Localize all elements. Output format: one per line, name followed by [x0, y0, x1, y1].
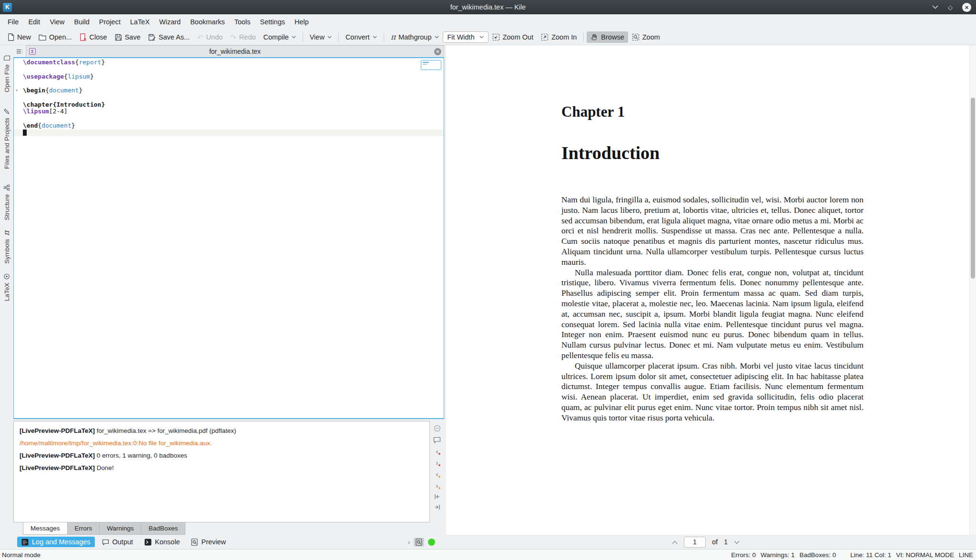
log-message[interactable]: /home/maltimore/tmp/for_wikimedia.tex:0:… [20, 437, 424, 450]
next-page-icon[interactable] [734, 538, 740, 546]
pdf-scrollbar-thumb[interactable] [971, 98, 975, 279]
close-document-icon [80, 33, 87, 41]
current-page-input[interactable]: 1 [684, 537, 706, 548]
pdf-chapter-number: Chapter 1 [561, 103, 864, 120]
toolbar-save-button[interactable]: Save [111, 31, 144, 43]
minimize-icon[interactable] [932, 5, 938, 9]
toolbar-new-button[interactable]: New [4, 31, 35, 43]
log-tab-errors[interactable]: Errors [68, 522, 100, 535]
scrollbar-minimap[interactable] [421, 60, 441, 70]
code-line[interactable]: \lipsum[2-4] [14, 108, 444, 115]
menu-help[interactable]: Help [290, 16, 314, 28]
code-editor[interactable]: \documentclass{report}\usepackage{lipsum… [13, 58, 444, 419]
code-line[interactable] [14, 66, 444, 73]
menu-latex[interactable]: LaTeX [125, 16, 154, 28]
log-message[interactable]: [LivePreview-PDFLaTeX] for_wikimedia.tex… [20, 425, 424, 437]
toolview-output-button[interactable]: Output [98, 537, 138, 547]
toolbar-zoom-in-button[interactable]: Zoom In [537, 31, 580, 43]
live-preview-controls: › [408, 538, 435, 547]
sidebar-tab-symbols[interactable]: Symbolsπ [3, 230, 10, 263]
menu-view[interactable]: View [45, 16, 69, 28]
statusbar-right: Errors: 0 Warnings: 1 BadBoxes: 0 Line: … [726, 551, 973, 559]
line-col-indicator[interactable]: Line: 11 Col: 1 [850, 551, 891, 559]
log-tab-badboxes[interactable]: BadBoxes [142, 522, 186, 535]
previous-error-icon[interactable]: ‹ [436, 448, 438, 455]
log-message-list[interactable]: [LivePreview-PDFLaTeX] for_wikimedia.tex… [13, 421, 430, 522]
toolbar-label: Save As... [159, 33, 190, 41]
next-warning-icon[interactable]: › [436, 482, 438, 489]
code-line[interactable]: \chapter{Introduction} [14, 101, 444, 109]
marker-dot [438, 476, 440, 478]
log-message-text: /home/maltimore/tmp/for_wikimedia.tex:0:… [20, 440, 212, 447]
menu-wizard[interactable]: Wizard [154, 16, 185, 28]
menu-tools[interactable]: Tools [230, 16, 255, 28]
last-item-icon[interactable] [434, 504, 440, 510]
toolbar-close-button[interactable]: Close [76, 31, 111, 43]
code-token: document [41, 122, 71, 129]
previous-warning-icon[interactable]: ‹ [436, 471, 438, 478]
code-line[interactable] [14, 94, 444, 101]
document-list-icon[interactable] [13, 45, 26, 57]
sidebar-tab-label: LaTeX [3, 283, 10, 301]
log-message[interactable]: [LivePreview-PDFLaTeX] Done! [20, 462, 424, 474]
menu-file[interactable]: File [3, 16, 23, 28]
close-icon[interactable]: × [962, 3, 971, 12]
toolbar-fit-width-combobox[interactable]: Fit Width [443, 31, 488, 43]
code-line[interactable]: \documentclass{report} [14, 59, 444, 66]
badboxes-count: BadBoxes: 0 [800, 551, 836, 559]
code-token: { [38, 122, 41, 129]
menu-bookmarks[interactable]: Bookmarks [185, 16, 230, 28]
code-line[interactable]: ▾\begin{document} [14, 87, 444, 94]
toolbar-open-button[interactable]: Open... [35, 31, 76, 43]
expand-icon[interactable]: › [408, 539, 410, 546]
toolbar-undo-button[interactable]: ↶Undo [193, 31, 226, 43]
toolbar-redo-button[interactable]: ↷Redo [226, 31, 259, 43]
live-preview-toggle-button[interactable] [414, 538, 424, 547]
toolbar-browse-button[interactable]: Browse [587, 31, 628, 43]
pdf-preview-pane[interactable]: Chapter 1 Introduction Nam dui ligula, f… [446, 45, 976, 535]
toolbar-zoom-button[interactable]: Zoom [628, 31, 664, 43]
next-error-icon[interactable]: › [436, 460, 438, 466]
first-item-icon[interactable] [434, 494, 440, 500]
log-tab-messages[interactable]: Messages [23, 522, 68, 535]
menu-project[interactable]: Project [94, 16, 125, 28]
menu-build[interactable]: Build [70, 16, 94, 28]
previous-page-icon[interactable] [672, 538, 678, 546]
toolbar-compile-button[interactable]: Compile [260, 31, 300, 43]
line-mode-indicator[interactable]: LINE [959, 551, 973, 559]
log-message[interactable]: [LivePreview-PDFLaTeX] 0 errors, 1 warni… [20, 450, 424, 462]
fold-marker-icon[interactable]: ▾ [15, 87, 18, 94]
message-bubble-icon[interactable] [433, 437, 441, 443]
menu-settings[interactable]: Settings [255, 16, 290, 28]
toolview-konsole-button[interactable]: Konsole [140, 537, 184, 547]
pdf-scrollbar[interactable] [969, 45, 976, 535]
toolview-preview-button[interactable]: Preview [187, 537, 230, 547]
log-tab-warnings[interactable]: Warnings [100, 522, 142, 535]
editor-tab[interactable]: Σ for_wikimedia.tex ✕ [26, 45, 444, 57]
marker-dot [438, 487, 440, 489]
code-line[interactable]: \end{document} [14, 122, 444, 130]
maximize-icon[interactable]: ◇ [948, 4, 953, 11]
toolbar-zoom-out-button[interactable]: Zoom Out [488, 31, 537, 43]
menu-edit[interactable]: Edit [23, 16, 45, 28]
text-cursor [23, 130, 27, 136]
toolbar-label: Open... [49, 33, 72, 41]
toolbar-view-button[interactable]: View [306, 31, 336, 43]
log-message-prefix: [LivePreview-PDFLaTeX] [20, 452, 95, 459]
sidebar-tab-files-and-projects[interactable]: Files and Projects [3, 108, 10, 169]
code-token: \documentclass [23, 59, 75, 66]
toolbar-save-as-button[interactable]: Save As... [144, 31, 193, 43]
code-line[interactable] [14, 130, 444, 137]
toolbar-mathgroup-button[interactable]: πMathgroup [387, 31, 443, 43]
code-line[interactable] [14, 80, 444, 87]
sidebar-tab-structure[interactable]: Structure [3, 185, 10, 220]
collapse-icon[interactable] [434, 425, 441, 432]
sidebar-tab-open-file[interactable]: Open File [3, 55, 10, 92]
code-line[interactable]: \usepackage{lipsum} [14, 73, 444, 80]
toolview-log-and-messages-button[interactable]: Log and Messages [17, 537, 95, 547]
toolbar-convert-button[interactable]: Convert [342, 31, 381, 43]
sidebar-tab-latex[interactable]: LaTeX [3, 273, 10, 301]
zoom-out-icon [492, 33, 500, 41]
tab-close-icon[interactable]: ✕ [434, 48, 441, 55]
code-line[interactable] [14, 115, 444, 122]
